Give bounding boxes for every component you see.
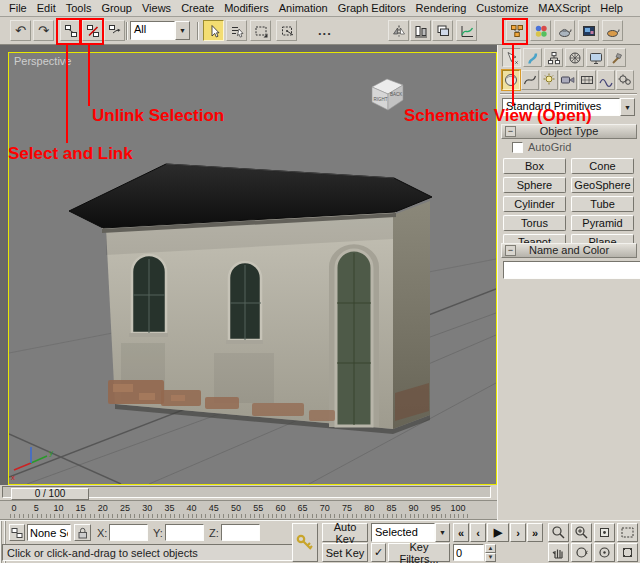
menu-graph-editors[interactable]: Graph Editors	[333, 1, 411, 15]
previous-frame-button[interactable]: ‹	[470, 523, 486, 542]
key-mode-dropdown[interactable]: Selected ▼	[371, 523, 450, 542]
viewcube-face-back[interactable]: BACK	[390, 92, 402, 97]
torus-button[interactable]: Torus	[503, 215, 566, 231]
select-and-link-button[interactable]	[60, 20, 81, 41]
zoom-extents-button[interactable]	[594, 523, 615, 542]
object-name-input[interactable]	[503, 261, 640, 279]
zoom-all-button[interactable]	[571, 523, 592, 542]
named-selection-sets-button[interactable]	[9, 524, 25, 541]
unlink-selection-button[interactable]	[82, 20, 103, 41]
pan-button[interactable]	[548, 543, 569, 562]
menu-views[interactable]: Views	[137, 1, 176, 15]
viewcube-face-right[interactable]: RIGHT	[374, 97, 388, 102]
z-coordinate-field[interactable]	[221, 524, 260, 541]
select-by-name-button[interactable]	[226, 20, 247, 41]
spinner-up-icon[interactable]: ▲	[485, 544, 496, 553]
category-shapes[interactable]	[521, 70, 539, 90]
menu-tools[interactable]: Tools	[61, 1, 97, 15]
autogrid-checkbox[interactable]	[512, 142, 523, 153]
tab-display[interactable]	[586, 48, 605, 67]
maximize-viewport-toggle-button[interactable]	[617, 543, 638, 562]
menu-customize[interactable]: Customize	[471, 1, 533, 15]
sphere-button[interactable]: Sphere	[503, 177, 566, 193]
bind-to-space-warp-button[interactable]	[104, 20, 125, 41]
menu-help[interactable]: Help	[595, 1, 628, 15]
viewcube[interactable]: RIGHT BACK	[372, 79, 403, 110]
rendered-frame-window-button[interactable]	[578, 20, 599, 41]
material-editor-button[interactable]	[530, 20, 551, 41]
schematic-view-button[interactable]	[506, 20, 527, 41]
select-object-button[interactable]	[203, 20, 224, 41]
x-coordinate-field[interactable]	[109, 524, 148, 541]
set-keys-button[interactable]	[292, 523, 318, 562]
cylinder-button[interactable]: Cylinder	[503, 196, 566, 212]
selection-lock-toggle[interactable]	[74, 524, 91, 541]
render-production-button[interactable]	[602, 20, 623, 41]
collapse-icon[interactable]: −	[505, 126, 516, 137]
menu-group[interactable]: Group	[96, 1, 137, 15]
y-coordinate-field[interactable]	[165, 524, 204, 541]
field-of-view-button[interactable]	[594, 543, 615, 562]
set-key-button[interactable]: Set Key	[322, 543, 368, 562]
mirror-button[interactable]	[388, 20, 409, 41]
play-button[interactable]: ▶	[487, 523, 509, 542]
align-button[interactable]	[410, 20, 431, 41]
selection-filter-dropdown[interactable]: All ▼	[130, 21, 190, 40]
key-mode-dropdown-arrow[interactable]: ▼	[435, 523, 450, 542]
default-tangent-button[interactable]: ✓	[371, 543, 386, 562]
selection-filter-arrow[interactable]: ▼	[175, 21, 190, 40]
viewport-label[interactable]: Perspective	[14, 55, 71, 67]
layer-manager-button[interactable]	[432, 20, 453, 41]
curve-editor-button[interactable]	[456, 20, 477, 41]
undo-button[interactable]: ↶	[10, 20, 31, 41]
menu-create[interactable]: Create	[176, 1, 219, 15]
menu-rendering[interactable]: Rendering	[411, 1, 472, 15]
redo-button[interactable]: ↷	[33, 20, 54, 41]
viewport-scene[interactable]: RIGHT BACK x y	[9, 53, 496, 484]
name-color-rollout-header[interactable]: − Name and Color	[501, 243, 637, 258]
menu-modifiers[interactable]: Modifiers	[219, 1, 274, 15]
next-frame-button[interactable]: ›	[510, 523, 526, 542]
menu-maxscript[interactable]: MAXScript	[533, 1, 595, 15]
pyramid-button[interactable]: Pyramid	[571, 215, 634, 231]
tab-create[interactable]	[502, 48, 521, 67]
tab-utilities[interactable]	[607, 48, 626, 67]
menu-file[interactable]: File	[4, 1, 32, 15]
zoom-region-button[interactable]	[617, 523, 638, 542]
go-to-start-button[interactable]: «	[453, 523, 469, 542]
selection-region-button[interactable]	[250, 20, 271, 41]
frame-spinner[interactable]: ▲ ▼	[485, 544, 496, 561]
tab-motion[interactable]	[565, 48, 584, 67]
named-selection-set-field[interactable]	[27, 524, 71, 541]
toolbar-overflow-indicator[interactable]: ...	[318, 23, 332, 38]
go-to-end-button[interactable]: »	[527, 523, 543, 542]
time-slider-track[interactable]: 0 / 100	[2, 486, 491, 498]
render-setup-button[interactable]	[554, 20, 575, 41]
box-button[interactable]: Box	[503, 158, 566, 174]
window-crossing-toggle-button[interactable]	[276, 20, 297, 41]
object-category-dropdown[interactable]: Standard Primitives ▼	[502, 98, 635, 116]
current-frame-field[interactable]	[453, 544, 484, 561]
category-space-warps[interactable]	[597, 70, 615, 90]
collapse-icon[interactable]: −	[505, 245, 516, 256]
category-geometry[interactable]	[502, 70, 520, 90]
zoom-button[interactable]	[548, 523, 569, 542]
category-helpers[interactable]	[578, 70, 596, 90]
house-model[interactable]	[69, 164, 432, 434]
spinner-down-icon[interactable]: ▼	[485, 553, 496, 562]
category-systems[interactable]	[616, 70, 634, 90]
tab-modify[interactable]	[523, 48, 542, 67]
tab-hierarchy[interactable]	[544, 48, 563, 67]
auto-key-button[interactable]: Auto Key	[322, 523, 368, 542]
perspective-viewport[interactable]: Perspective	[8, 52, 497, 485]
category-lights[interactable]	[540, 70, 558, 90]
tube-button[interactable]: Tube	[571, 196, 634, 212]
cone-button[interactable]: Cone	[571, 158, 634, 174]
menu-edit[interactable]: Edit	[32, 1, 61, 15]
orbit-button[interactable]	[571, 543, 592, 562]
timeline-ruler[interactable]: 0510152025303540455055606570758085909510…	[0, 500, 497, 520]
category-cameras[interactable]	[559, 70, 577, 90]
key-filters-button[interactable]: Key Filters...	[388, 543, 450, 562]
object-category-arrow[interactable]: ▼	[620, 98, 635, 116]
time-slider-handle[interactable]: 0 / 100	[11, 488, 89, 500]
